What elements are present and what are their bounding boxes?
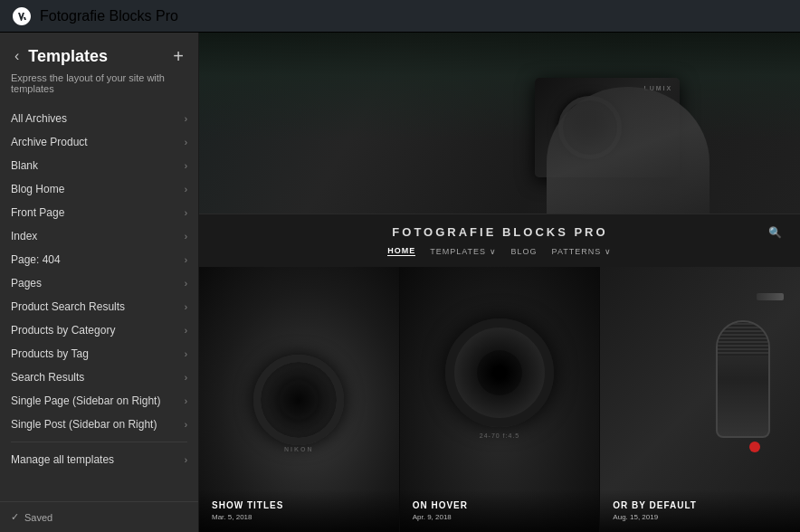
- chevron-right-icon: ›: [185, 455, 187, 465]
- nav-item-label: Single Page (Sidebar on Right): [11, 394, 160, 407]
- chevron-right-icon: ›: [185, 138, 187, 147]
- chevron-right-icon: ›: [185, 420, 187, 430]
- nav-item-label: Blank: [11, 159, 38, 172]
- chevron-right-icon: ›: [185, 208, 187, 218]
- chevron-right-icon: ›: [185, 349, 187, 359]
- nav-item-label: Search Results: [11, 371, 84, 384]
- nav-list: All Archives›Archive Product›Blank›Blog …: [0, 103, 198, 501]
- nav-item[interactable]: Blog Home›: [0, 177, 198, 201]
- nav-divider: [11, 442, 187, 442]
- grid-item-3-title: OR BY DEFAULT: [613, 500, 787, 510]
- grid-item-1-overlay: SHOW TITLES Mar. 5, 2018: [199, 489, 399, 532]
- nav-item-label: Blog Home: [11, 183, 64, 195]
- sidebar-header-left: ‹ Templates: [11, 47, 108, 66]
- nav-item[interactable]: Front Page›: [0, 201, 198, 224]
- hero-section: LUMIX: [199, 33, 800, 214]
- add-template-button[interactable]: +: [169, 45, 187, 67]
- nav-item[interactable]: Blank›: [0, 154, 198, 177]
- grid-item-2-title: ON HOVER: [413, 500, 587, 510]
- wordpress-logo-icon: [11, 5, 33, 27]
- chevron-right-icon: ›: [185, 161, 187, 171]
- chevron-right-icon: ›: [185, 279, 187, 289]
- nav-item[interactable]: Single Post (Sidebar on Right)›: [0, 413, 198, 436]
- search-icon[interactable]: 🔍: [768, 226, 782, 239]
- grid-item-2-date: Apr. 9, 2018: [413, 513, 587, 521]
- lens-circle-1: [253, 355, 344, 445]
- nav-item-label: Front Page: [11, 206, 64, 219]
- chevron-right-icon: ›: [185, 302, 187, 312]
- sidebar-description: Express the layout of your site with tem…: [0, 72, 198, 103]
- manage-templates-label: Manage all templates: [11, 453, 114, 466]
- nav-item-label: All Archives: [11, 112, 67, 125]
- nav-item[interactable]: Pages›: [0, 271, 198, 295]
- grid-item-1: NIKON SHOW TITLES Mar. 5, 2018: [199, 267, 400, 532]
- chevron-right-icon: ›: [185, 185, 187, 195]
- site-header: FOTOGRAFIE BLOCKS PRO 🔍 HOMETEMPLATES ∨B…: [199, 214, 800, 267]
- grid-item-1-date: Mar. 5, 2018: [212, 513, 386, 521]
- templates-title: Templates: [28, 47, 108, 66]
- grid-item-3-date: Aug. 15, 2019: [613, 513, 787, 521]
- main-area: ‹ Templates + Express the layout of your…: [0, 33, 800, 532]
- grid-item-3-overlay: OR BY DEFAULT Aug. 15, 2019: [600, 489, 800, 532]
- nav-item-label: Page: 404: [11, 253, 61, 266]
- grid-item-2: 24-70 f:4.5 ON HOVER Apr. 9, 2018: [400, 267, 601, 532]
- hero-image: LUMIX: [199, 33, 800, 214]
- nav-item-label: Products by Category: [11, 324, 115, 337]
- saved-label: Saved: [24, 512, 52, 523]
- grid-item-3: OR BY DEFAULT Aug. 15, 2019: [600, 267, 800, 532]
- nav-item[interactable]: Search Results›: [0, 366, 198, 389]
- preview-area: LUMIX FOTOGRAFIE BLOCKS PRO 🔍 HOMETEMPLA…: [199, 33, 800, 532]
- sidebar: ‹ Templates + Express the layout of your…: [0, 33, 199, 532]
- nav-item[interactable]: Product Search Results›: [0, 295, 198, 318]
- nav-item[interactable]: Index›: [0, 224, 198, 248]
- saved-check-icon: ✓: [11, 511, 19, 523]
- nav-item-label: Products by Tag: [11, 347, 89, 360]
- nav-item-label: Archive Product: [11, 136, 88, 148]
- mic-red-dot: [749, 442, 760, 452]
- chevron-right-icon: ›: [185, 114, 187, 124]
- mic-detail: [757, 293, 784, 300]
- nav-item[interactable]: Page: 404›: [0, 248, 198, 271]
- chevron-right-icon: ›: [185, 232, 187, 242]
- sidebar-footer: ✓ Saved: [0, 501, 198, 532]
- nav-item[interactable]: All Archives›: [0, 107, 198, 130]
- grid-item-1-title: SHOW TITLES: [212, 500, 386, 510]
- chevron-right-icon: ›: [185, 255, 187, 265]
- site-nav-item[interactable]: HOME: [387, 246, 415, 256]
- site-nav-item[interactable]: BLOG: [511, 247, 538, 256]
- microphone-body: [716, 320, 770, 438]
- site-title: Fotografie Blocks Pro: [40, 8, 178, 24]
- top-bar: Fotografie Blocks Pro: [0, 0, 800, 33]
- site-navigation: HOMETEMPLATES ∨BLOGPATTERNS ∨: [387, 246, 612, 256]
- back-button[interactable]: ‹: [11, 47, 23, 65]
- nav-item-label: Single Post (Sidebar on Right): [11, 418, 157, 431]
- nav-item[interactable]: Archive Product›: [0, 130, 198, 154]
- sidebar-header: ‹ Templates +: [0, 33, 198, 72]
- nav-item[interactable]: Products by Category›: [0, 318, 198, 342]
- site-nav-item[interactable]: PATTERNS ∨: [552, 247, 612, 256]
- nav-item-label: Index: [11, 230, 37, 242]
- site-name-row: FOTOGRAFIE BLOCKS PRO 🔍: [217, 225, 782, 239]
- site-title-display: FOTOGRAFIE BLOCKS PRO: [232, 225, 768, 239]
- preview-inner: LUMIX FOTOGRAFIE BLOCKS PRO 🔍 HOMETEMPLA…: [199, 33, 800, 532]
- nav-item-label: Product Search Results: [11, 300, 125, 313]
- manage-all-templates-item[interactable]: Manage all templates›: [0, 448, 198, 471]
- chevron-right-icon: ›: [185, 326, 187, 336]
- site-nav-item[interactable]: TEMPLATES ∨: [430, 247, 496, 256]
- content-grid: NIKON SHOW TITLES Mar. 5, 2018 24-70 f:4…: [199, 267, 800, 532]
- lens-circle-2: [445, 318, 554, 427]
- chevron-right-icon: ›: [185, 373, 187, 383]
- nav-item[interactable]: Products by Tag›: [0, 342, 198, 366]
- grid-item-2-overlay: ON HOVER Apr. 9, 2018: [400, 489, 600, 532]
- chevron-right-icon: ›: [185, 396, 187, 406]
- nav-item-label: Pages: [11, 277, 42, 290]
- nav-item[interactable]: Single Page (Sidebar on Right)›: [0, 389, 198, 413]
